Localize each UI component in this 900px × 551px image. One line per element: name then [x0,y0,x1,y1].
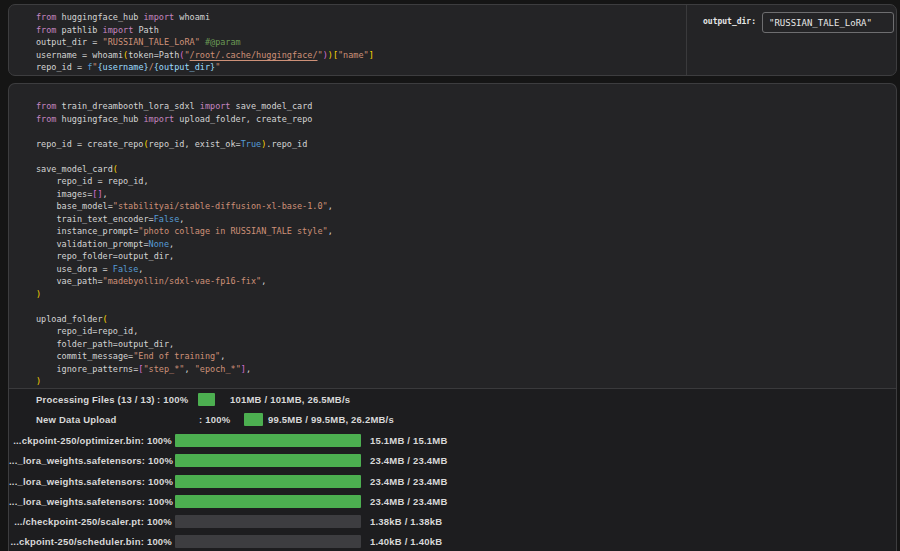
progress-stats: 101MB / 101MB, 26.5MB/s [230,390,350,410]
code-editor-params[interactable]: from huggingface_hub import whoamifrom p… [9,5,686,75]
progress-label: Processing Files (13 / 13) [36,390,155,410]
progress-bar [175,454,361,467]
code-line: repo_folder=output_dir, [36,250,896,263]
code-line [36,125,896,138]
progress-label: ..._lora_weights.safetensors: 100% [9,472,172,492]
progress-label: ..._lora_weights.safetensors: 100% [9,451,172,471]
progress-bar [198,393,215,406]
code-line: from huggingface_hub import upload_folde… [36,113,896,126]
code-line: from pathlib import Path [36,24,686,37]
code-line: commit_message="End of training", [36,350,896,363]
progress-stats: 1.38kB / 1.38kB [370,512,442,532]
output-dir-input[interactable] [762,12,894,33]
progress-label: ..._lora_weights.safetensors: 100% [9,492,172,512]
code-line: save_model_card( [36,163,896,176]
code-line: validation_prompt=None, [36,238,896,251]
progress-row: ...ckpoint-250/optimizer.bin: 100%15.1MB… [9,431,896,451]
progress-bar [244,413,263,426]
progress-label: ...ckpoint-250/scheduler.bin: 100% [9,532,172,551]
code-line: from train_dreambooth_lora_sdxl import s… [36,100,896,113]
code-line: username = whoami(token=Path("/root/.cac… [36,49,686,62]
param-form-panel: output_dir: [687,5,896,75]
notebook-cell-params: from huggingface_hub import whoamifrom p… [8,4,897,76]
progress-label: .../checkpoint-250/scaler.pt: 100% [9,512,172,532]
progress-label: New Data Upload [36,410,117,430]
code-line: train_text_encoder=False, [36,213,896,226]
progress-bar [175,475,361,488]
progress-percent: : 100% [157,390,188,410]
progress-row: ...ckpoint-250/scheduler.bin: 100%1.40kB… [9,532,896,551]
cell-output-area: Processing Files (13 / 13): 100%101MB / … [9,389,896,551]
code-line: repo_id = f"{username}/{output_dir}" [36,61,686,74]
code-line: images=[], [36,188,896,201]
code-line: upload_folder( [36,313,896,326]
progress-row: Processing Files (13 / 13): 100%101MB / … [9,390,896,410]
progress-stats: 1.40kB / 1.40kB [370,532,442,551]
progress-bar [175,495,361,508]
code-line: ) [36,288,896,301]
output-dir-label: output_dir: [703,11,756,32]
code-line: output_dir = "RUSSIAN_TALE_LoRA" #@param [36,36,686,49]
code-line: repo_id=repo_id, [36,325,896,338]
progress-stats: 23.4MB / 23.4MB [370,492,447,512]
progress-bar [175,434,361,447]
progress-stats: 23.4MB / 23.4MB [370,472,447,492]
progress-label: ...ckpoint-250/optimizer.bin: 100% [9,431,172,451]
progress-stats: 99.5MB / 99.5MB, 26.2MB/s [268,410,394,430]
progress-stats: 23.4MB / 23.4MB [370,451,447,471]
code-line [36,150,896,163]
code-line: base_model="stabilityai/stable-diffusion… [36,200,896,213]
code-line [36,300,896,313]
progress-row: New Data Upload: 100%99.5MB / 99.5MB, 26… [9,410,896,430]
code-line: repo_id = create_repo(repo_id, exist_ok=… [36,138,896,151]
code-editor-upload[interactable]: from train_dreambooth_lora_sdxl import s… [9,84,896,388]
progress-row: .../checkpoint-250/scaler.pt: 100%1.38kB… [9,512,896,532]
code-line: repo_id = repo_id, [36,175,896,188]
progress-bar [175,535,361,548]
progress-percent: : 100% [199,410,230,430]
code-line: vae_path="madebyollin/sdxl-vae-fp16-fix"… [36,275,896,288]
progress-stats: 15.1MB / 15.1MB [370,431,447,451]
code-line: from huggingface_hub import whoami [36,11,686,24]
code-line: instance_prompt="photo collage in RUSSIA… [36,225,896,238]
progress-row: ..._lora_weights.safetensors: 100%23.4MB… [9,451,896,471]
notebook-cell-upload: from train_dreambooth_lora_sdxl import s… [8,83,897,551]
code-line: use_dora = False, [36,263,896,276]
code-line: folder_path=output_dir, [36,338,896,351]
progress-bar [175,515,361,528]
code-line: ) [36,375,896,388]
progress-row: ..._lora_weights.safetensors: 100%23.4MB… [9,492,896,512]
progress-row: ..._lora_weights.safetensors: 100%23.4MB… [9,472,896,492]
code-line: ignore_patterns=["step_*", "epoch_*"], [36,363,896,376]
